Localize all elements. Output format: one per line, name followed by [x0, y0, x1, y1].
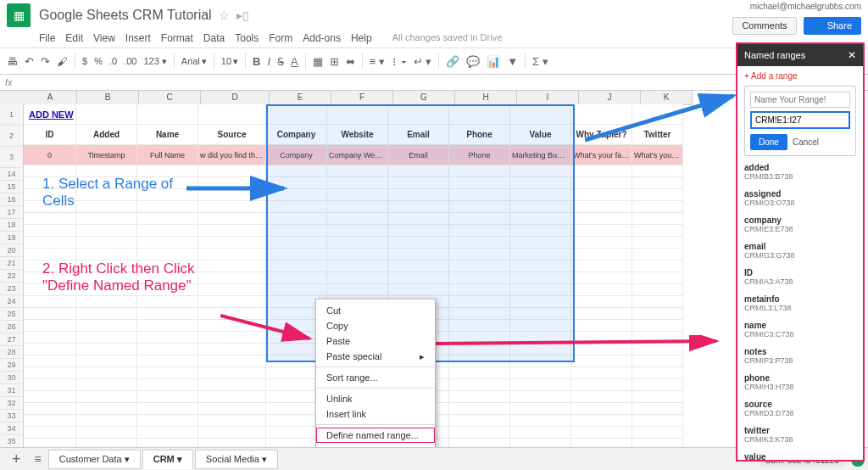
cell[interactable] — [388, 272, 449, 284]
cell[interactable] — [24, 439, 76, 447]
cell[interactable] — [632, 296, 683, 308]
cell[interactable] — [449, 344, 510, 355]
cell[interactable] — [137, 249, 198, 260]
sheet-tab-social-media[interactable]: Social Media ▾ — [195, 450, 278, 469]
cell[interactable]: Source — [198, 125, 266, 145]
cell[interactable] — [327, 165, 388, 177]
cell[interactable] — [571, 403, 632, 415]
named-range-item[interactable]: IDCRM!A3:A738 — [744, 268, 856, 286]
all-sheets-button[interactable]: ≡ — [28, 452, 48, 466]
cell[interactable] — [198, 296, 266, 308]
cell[interactable] — [266, 177, 327, 189]
cell[interactable] — [510, 225, 571, 237]
cell[interactable]: Company — [266, 145, 327, 165]
context-copy[interactable]: Copy — [316, 318, 435, 333]
context-paste[interactable]: Paste — [316, 333, 435, 349]
cell[interactable] — [632, 367, 683, 379]
cell[interactable] — [632, 355, 683, 367]
cell[interactable] — [266, 201, 327, 213]
named-range-item[interactable]: nameCRM!C3:C738 — [744, 321, 856, 339]
menu-file[interactable]: File — [39, 32, 55, 44]
cell[interactable] — [198, 415, 266, 427]
cell[interactable] — [571, 320, 632, 332]
row-header[interactable]: 23 — [0, 283, 24, 295]
cell[interactable] — [632, 427, 683, 439]
cell[interactable] — [510, 367, 571, 379]
cell[interactable] — [266, 213, 327, 225]
cell[interactable] — [137, 439, 198, 447]
named-range-item[interactable]: emailCRM!G3:G738 — [744, 242, 856, 260]
account-email[interactable]: michael@michaelgrubbs.com — [750, 2, 861, 11]
row-header[interactable]: 31 — [0, 384, 24, 397]
cell[interactable] — [571, 272, 632, 284]
cell[interactable] — [449, 272, 510, 284]
cell[interactable] — [137, 344, 198, 355]
row-header[interactable]: 16 — [0, 193, 24, 206]
cell[interactable]: What's your Twitt — [632, 145, 683, 165]
cell[interactable] — [327, 177, 388, 189]
named-range-item[interactable]: twitterCRM!K3:K738 — [744, 426, 856, 444]
cell[interactable]: 0 — [24, 145, 76, 165]
cell[interactable]: Why Zapier? — [571, 125, 632, 145]
cell[interactable] — [76, 104, 137, 125]
cell[interactable] — [510, 344, 571, 355]
cell[interactable] — [198, 391, 266, 403]
menu-tools[interactable]: Tools — [235, 32, 259, 44]
cell[interactable] — [632, 272, 683, 284]
cell[interactable] — [449, 320, 510, 332]
cell[interactable] — [137, 320, 198, 332]
cell[interactable] — [510, 415, 571, 427]
cell[interactable] — [198, 201, 266, 213]
row-header[interactable]: 28 — [0, 346, 24, 359]
cell[interactable] — [24, 237, 76, 249]
cell[interactable] — [76, 427, 137, 439]
cell[interactable] — [24, 332, 76, 344]
cell[interactable] — [571, 260, 632, 272]
cell[interactable] — [449, 308, 510, 320]
cell[interactable] — [137, 237, 198, 249]
cell[interactable] — [76, 415, 137, 427]
cell[interactable] — [449, 104, 510, 125]
cell[interactable] — [327, 249, 388, 260]
more-formats[interactable]: 123 ▾ — [143, 56, 166, 67]
menu-data[interactable]: Data — [203, 32, 225, 44]
row-header[interactable]: 14 — [0, 168, 24, 181]
cell[interactable]: Phone — [449, 125, 510, 145]
named-range-item[interactable]: valueCRM!I3:I738 — [744, 452, 856, 460]
filter-icon[interactable]: ▼ — [507, 55, 518, 68]
cell[interactable] — [198, 332, 266, 344]
comment-icon[interactable]: 💬 — [466, 55, 480, 68]
cell[interactable] — [198, 320, 266, 332]
cell[interactable] — [24, 415, 76, 427]
cell[interactable] — [327, 237, 388, 249]
cell[interactable] — [449, 165, 510, 177]
sheet-tab-crm[interactable]: CRM ▾ — [142, 450, 193, 469]
cell[interactable] — [571, 213, 632, 225]
cell[interactable] — [510, 165, 571, 177]
cell[interactable] — [632, 308, 683, 320]
col-header-K[interactable]: K — [641, 91, 693, 105]
cell[interactable]: Timestamp — [76, 145, 137, 165]
cell[interactable] — [571, 379, 632, 391]
cell[interactable] — [510, 249, 571, 260]
cell[interactable] — [449, 284, 510, 296]
cell[interactable] — [632, 391, 683, 403]
row-header[interactable]: 3 — [0, 147, 24, 168]
row-header[interactable]: 17 — [0, 206, 24, 219]
cell[interactable] — [571, 415, 632, 427]
col-header-I[interactable]: I — [517, 91, 579, 105]
chart-icon[interactable]: 📊 — [487, 55, 500, 68]
cell[interactable] — [510, 439, 571, 447]
named-range-item[interactable]: addedCRM!B3:B738 — [744, 163, 856, 181]
cell[interactable]: Website — [327, 125, 388, 145]
cell[interactable] — [449, 225, 510, 237]
cell[interactable] — [388, 249, 449, 260]
row-header[interactable]: 25 — [0, 308, 24, 321]
cell[interactable] — [388, 189, 449, 201]
context-unlink[interactable]: Unlink — [316, 391, 435, 406]
cell[interactable] — [24, 355, 76, 367]
cell[interactable] — [510, 237, 571, 249]
cell[interactable] — [510, 320, 571, 332]
format-percent[interactable]: % — [94, 56, 103, 66]
cell[interactable] — [76, 439, 137, 447]
